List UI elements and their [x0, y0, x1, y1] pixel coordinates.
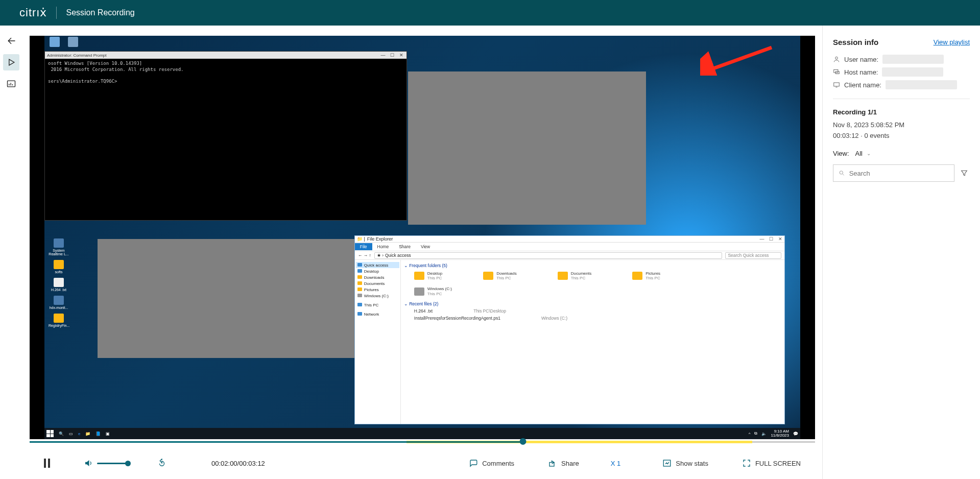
timeline-handle[interactable]	[519, 438, 526, 445]
volume-icon	[84, 459, 93, 468]
stats-icon	[662, 459, 672, 468]
filter-icon	[960, 169, 968, 177]
view-filter: View: All ⌄	[833, 150, 970, 157]
recording-title: Recording 1/1	[833, 108, 970, 116]
user-icon	[833, 56, 840, 63]
recorded-desktop: Administrator: Command Prompt —☐✕ osoft …	[44, 36, 800, 439]
desktop-icons-left: System Realtime L... softs H.264 .txt hd…	[49, 238, 79, 331]
cmd-window-controls: —☐✕	[380, 53, 407, 58]
chevron-down-icon: ⌄	[867, 151, 871, 156]
host-icon	[833, 68, 840, 76]
recording-date: Nov 8, 2023 5:08:52 PM	[833, 121, 970, 129]
view-playlist-link[interactable]: View playlist	[934, 38, 970, 46]
annotation-arrow	[700, 45, 774, 76]
video-viewport[interactable]: Administrator: Command Prompt —☐✕ osoft …	[30, 36, 815, 439]
back-arrow-icon	[6, 36, 16, 46]
user-name-field: User name:	[833, 55, 970, 64]
svg-line-1	[708, 47, 772, 70]
volume-slider[interactable]	[97, 463, 128, 464]
svg-rect-0	[8, 81, 15, 87]
play-outline-icon	[6, 57, 16, 67]
session-info-title: Session info	[833, 38, 878, 46]
recorded-taskbar: 🔍▭e📁📘▣ ^⧉🔈 9:10 AM 11/8/2023 💬	[44, 428, 800, 439]
filter-button[interactable]	[959, 167, 970, 179]
app-title: Session Recording	[66, 8, 134, 17]
comment-icon	[469, 459, 478, 468]
events-tab[interactable]	[3, 76, 19, 92]
host-name-field: Host name:	[833, 67, 970, 77]
share-button[interactable]: Share	[544, 456, 583, 471]
volume-button[interactable]	[80, 456, 97, 471]
cmd-window: Administrator: Command Prompt —☐✕ osoft …	[44, 51, 407, 221]
search-input[interactable]	[849, 170, 949, 177]
svg-point-5	[835, 57, 838, 59]
cmd-title: Administrator: Command Prompt	[47, 53, 106, 58]
view-select[interactable]: All	[855, 150, 863, 157]
header-divider	[56, 7, 57, 19]
session-info-panel: Session info View playlist User name: Ho…	[823, 26, 980, 479]
cmd-body: osoft Windows [Version 10.0.14393] 2016 …	[45, 59, 407, 87]
redacted-region-left	[98, 239, 354, 358]
desktop-icons-top	[49, 37, 79, 51]
svg-point-9	[840, 171, 843, 174]
rewind-button[interactable]: 7	[153, 456, 171, 471]
fullscreen-button[interactable]: FULL SCREEN	[738, 456, 805, 471]
app-header: citrıẋ Session Recording	[0, 0, 980, 26]
pause-button[interactable]	[40, 456, 54, 471]
left-rail	[0, 26, 22, 479]
svg-text:7: 7	[161, 462, 163, 465]
player-controls: 7 00:02:00/00:03:12 Comments Share X 1	[22, 447, 822, 479]
search-icon	[839, 170, 845, 177]
svg-rect-6	[834, 69, 838, 73]
back-button[interactable]	[3, 33, 19, 49]
play-tab[interactable]	[3, 54, 19, 70]
pause-icon	[44, 459, 50, 468]
svg-rect-8	[834, 83, 840, 86]
panel-divider	[833, 99, 970, 99]
client-icon	[833, 81, 840, 88]
share-icon	[548, 459, 557, 468]
file-explorer-window: 📁 | File Explorer —☐✕ File Home Share Vi…	[354, 235, 785, 424]
client-name-field: Client name:	[833, 80, 970, 89]
player-column: Administrator: Command Prompt —☐✕ osoft …	[22, 26, 823, 479]
time-display: 00:02:00/00:03:12	[211, 460, 265, 467]
rewind-icon: 7	[157, 459, 166, 468]
fullscreen-icon	[742, 459, 751, 468]
redacted-region-top	[408, 71, 646, 225]
timeline-progress	[30, 441, 523, 443]
comments-button[interactable]: Comments	[465, 456, 518, 471]
brand-logo: citrıẋ	[19, 6, 47, 19]
event-search[interactable]	[833, 164, 954, 182]
events-icon	[6, 79, 16, 89]
speed-selector[interactable]: X 1	[604, 457, 628, 470]
timeline[interactable]	[30, 439, 815, 445]
show-stats-button[interactable]: Show stats	[658, 456, 712, 471]
recording-meta: 00:03:12 · 0 events	[833, 132, 970, 139]
